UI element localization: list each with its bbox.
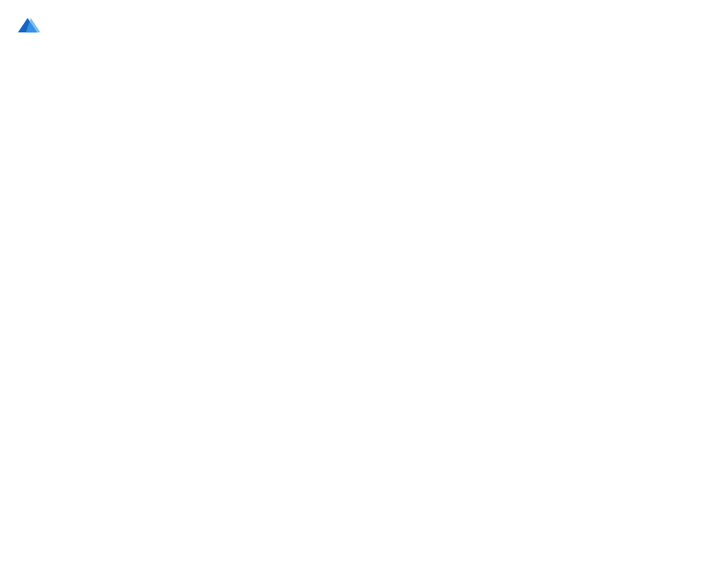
logo: [15, 15, 44, 40]
logo-icon: [15, 15, 40, 40]
page-header: [15, 15, 713, 40]
